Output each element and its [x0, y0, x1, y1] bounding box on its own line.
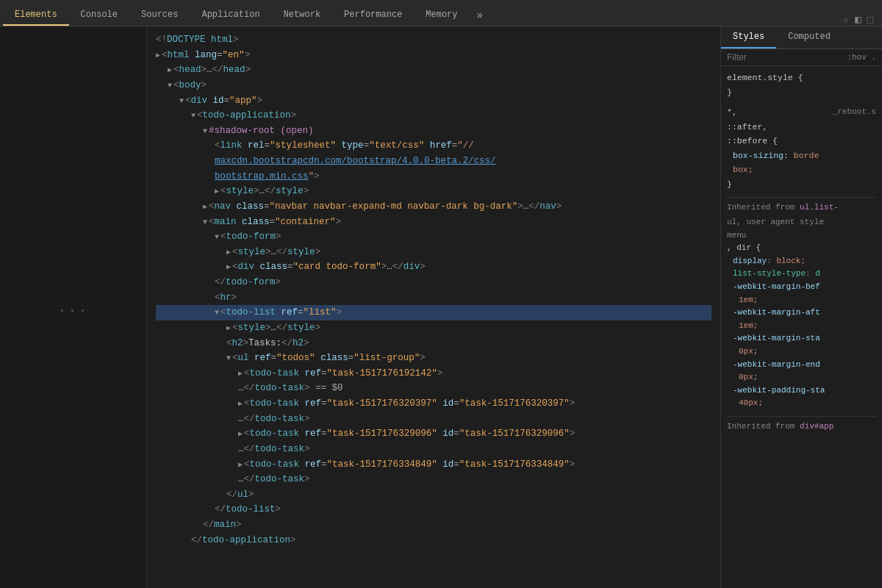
doctype-line: <!DOCTYPE html>	[156, 32, 711, 48]
cursor-icon[interactable]: ⬚	[867, 13, 873, 26]
filter-input[interactable]	[727, 52, 847, 62]
todo-list-close-line: </todo-list>	[156, 502, 711, 517]
style-element-rule: element.style { }	[727, 71, 876, 99]
devtools-window: Elements Console Sources Application Net…	[0, 0, 882, 588]
before-selector-line: ::before {	[727, 134, 876, 148]
todo-task2-close: …</todo-task>	[156, 412, 711, 427]
todo-task4-open[interactable]: ▶<todo-task ref="task-1517176334849" id=…	[156, 457, 711, 473]
tab-network[interactable]: Network	[272, 5, 332, 26]
link-href2-line: bootstrap.min.css">	[156, 169, 711, 184]
box-val-line: box;	[727, 162, 876, 177]
todo-task1-close: …</todo-task> == $0	[156, 381, 711, 396]
body-line[interactable]: ▼<body>	[156, 78, 711, 93]
tab-more-button[interactable]: »	[470, 5, 490, 26]
styles-content: element.style { } *, _reboot.s ::after, …	[721, 66, 882, 440]
element-style-close: }	[727, 85, 876, 100]
div-card-line[interactable]: ▶<div class="card todo-form">…</div>	[156, 259, 711, 275]
tab-application[interactable]: Application	[190, 5, 271, 26]
style-star-rule: *, _reboot.s ::after, ::before { box-siz…	[727, 105, 876, 191]
ul-close-line: </ul>	[156, 487, 711, 503]
link-line: <link rel="stylesheet" type="text/css" h…	[156, 138, 711, 154]
nav-line[interactable]: ▶<nav class="navbar navbar-expand-md nav…	[156, 199, 711, 215]
star-icon[interactable]: ☆	[843, 13, 849, 26]
shadow-root-line: ▼#shadow-root (open)	[156, 123, 711, 139]
inherited-from-ul: Inherited from ul.list-	[727, 197, 876, 215]
top-icons: ☆ ◧ ⬚	[843, 13, 879, 26]
star-rule-close: }	[727, 177, 876, 192]
todo-app-line[interactable]: ▼<todo-application>	[156, 108, 711, 123]
todo-task1-open[interactable]: ▶<todo-task ref="task-1517176192142">	[156, 366, 711, 381]
head-line[interactable]: ▶<head>…</head>	[156, 62, 711, 78]
star-selector-line: *, _reboot.s	[727, 105, 876, 120]
styles-tabs: Styles Computed	[721, 26, 882, 49]
left-gutter: ...	[0, 26, 147, 588]
ul-line[interactable]: ▼<ul ref="todos" class="list-group">	[156, 351, 711, 366]
main-close-line: </main>	[156, 517, 711, 533]
boxsizing-prop: box-sizing: borde	[727, 148, 876, 163]
dom-panel: <!DOCTYPE html> ▶<html lang="en"> ▶<head…	[147, 26, 720, 588]
todo-task3-open[interactable]: ▶<todo-task ref="task-1517176329096" id=…	[156, 426, 711, 442]
hr-line: <hr>	[156, 290, 711, 306]
main-line[interactable]: ▼<main class="container">	[156, 215, 711, 230]
filter-bar: :hov .	[721, 49, 882, 66]
tab-memory[interactable]: Memory	[414, 5, 469, 26]
todo-form-close-line: </todo-form>	[156, 275, 711, 290]
filter-hint: :hov .	[847, 53, 876, 62]
element-style-selector: element.style {	[727, 71, 876, 85]
styles-panel: Styles Computed :hov . element.style { }	[720, 26, 882, 588]
tab-console[interactable]: Console	[69, 5, 129, 26]
tab-bar: Elements Console Sources Application Net…	[0, 0, 882, 26]
tab-performance[interactable]: Performance	[332, 5, 414, 26]
todo-list-line[interactable]: ▼<todo-list ref="list">	[156, 305, 711, 320]
tab-elements[interactable]: Elements	[3, 5, 69, 26]
todo-task4-close: …</todo-task>	[156, 472, 711, 487]
h2-line: <h2>Tasks:</h2>	[156, 336, 711, 351]
style-form-line[interactable]: ▶<style>…</style>	[156, 245, 711, 260]
gutter-dots: ...	[57, 299, 88, 316]
inherited-detail: ul, user agent style menu , dir { displa…	[727, 216, 876, 410]
todo-app-close-line: </todo-application>	[156, 533, 711, 548]
todo-task3-close: …</todo-task>	[156, 442, 711, 457]
after-selector-line: ::after,	[727, 120, 876, 135]
tab-styles[interactable]: Styles	[721, 26, 776, 49]
html-line[interactable]: ▶<html lang="en">	[156, 48, 711, 63]
tab-computed[interactable]: Computed	[776, 26, 842, 49]
div-app-line[interactable]: ▼<div id="app">	[156, 93, 711, 109]
inherited-from-div: Inherited from div#app	[727, 416, 876, 434]
todo-form-line[interactable]: ▼<todo-form>	[156, 229, 711, 245]
link-href-line: maxcdn.bootstrapcdn.com/bootstrap/4.0.0-…	[156, 154, 711, 169]
tab-sources[interactable]: Sources	[129, 5, 190, 26]
main-content: ... <!DOCTYPE html> ▶<html lang="en"> ▶<…	[0, 26, 882, 588]
style-closed-line[interactable]: ▶<style>…</style>	[156, 184, 711, 199]
bookmark-icon[interactable]: ◧	[855, 13, 861, 26]
style-list-line[interactable]: ▶<style>…</style>	[156, 320, 711, 336]
todo-task2-open[interactable]: ▶<todo-task ref="task-1517176320397" id=…	[156, 396, 711, 412]
